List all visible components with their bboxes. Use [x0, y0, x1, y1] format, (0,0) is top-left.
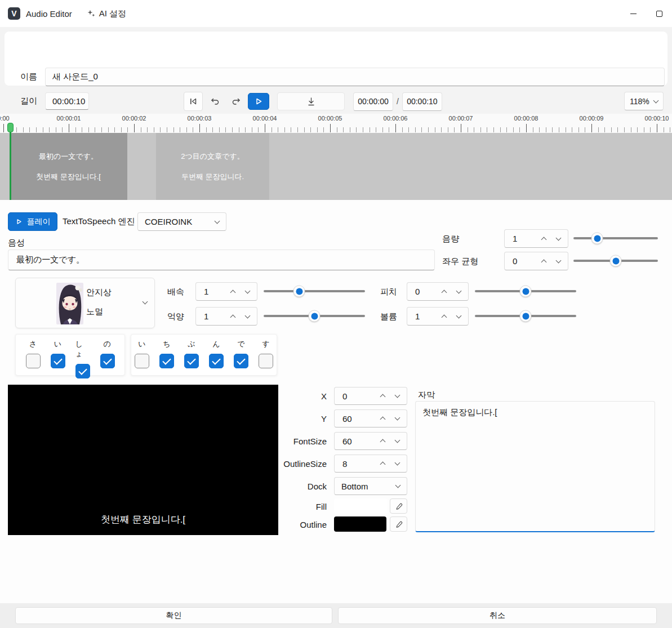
cancel-button[interactable]: 취소 [338, 607, 657, 624]
ai-settings-label: AI 설정 [99, 8, 126, 19]
balance-decrement-button[interactable] [551, 254, 566, 269]
fontsize-value: 60 [342, 437, 375, 446]
skip-to-start-button[interactable] [184, 92, 203, 111]
x-label: X [276, 391, 327, 401]
slider-thumb[interactable] [610, 255, 622, 267]
tts-engine-dropdown[interactable]: COEIROINK [137, 212, 226, 231]
ruler-tick [559, 127, 559, 132]
gain-spinner[interactable]: 1 [504, 229, 568, 248]
outline-color-picker-button[interactable] [390, 516, 407, 532]
ai-settings-menu[interactable]: AI 설정 [87, 8, 126, 19]
balance-increment-button[interactable] [536, 254, 551, 269]
pitch-decrement-button[interactable] [451, 284, 466, 299]
caption-textarea[interactable]: 첫번째 문장입니다.[ [415, 401, 655, 532]
ruler-tick [363, 127, 363, 132]
voice-text-input[interactable] [8, 250, 435, 270]
x-spinner[interactable]: 0 [334, 387, 407, 405]
intonation-slider[interactable] [264, 315, 365, 317]
speed-spinner[interactable]: 1 [195, 282, 257, 301]
balance-spinner[interactable]: 0 [504, 252, 568, 270]
character-avatar [56, 283, 83, 324]
fill-color-swatch[interactable] [334, 498, 388, 514]
mora-checkbox[interactable] [184, 354, 199, 368]
undo-button[interactable] [207, 92, 224, 111]
speed-decrement-button[interactable] [240, 284, 255, 299]
intonation-increment-button[interactable] [225, 309, 240, 324]
mora-checkbox[interactable] [234, 354, 248, 368]
timeline-ruler[interactable]: 0:0000:00:0100:00:0200:00:0300:00:0400:0… [0, 114, 672, 133]
total-time-box[interactable]: 00:00:10 [402, 92, 442, 111]
dock-dropdown[interactable]: Bottom [334, 477, 407, 495]
gain-increment-button[interactable] [536, 231, 551, 246]
x-increment-button[interactable] [375, 389, 390, 403]
redo-button[interactable] [228, 92, 244, 111]
mora-checkbox[interactable] [100, 354, 115, 368]
mora-checkbox[interactable] [159, 354, 174, 368]
intonation-decrement-button[interactable] [240, 309, 255, 324]
ruler-time-label: 00:00:03 [188, 115, 212, 122]
mora-checkbox[interactable] [26, 354, 41, 368]
playhead-handle[interactable] [7, 123, 14, 132]
name-input[interactable] [45, 68, 665, 86]
y-decrement-button[interactable] [390, 411, 404, 426]
fontsize-decrement-button[interactable] [390, 434, 404, 448]
zoom-level-value: 118% [630, 97, 649, 106]
speed-slider[interactable] [264, 290, 365, 292]
ruler-time-label: 00:00:01 [57, 115, 81, 122]
volume-increment-button[interactable] [437, 309, 451, 324]
y-increment-button[interactable] [375, 411, 390, 426]
ruler-tick [435, 127, 435, 132]
maximize-button[interactable] [646, 0, 672, 27]
timeline-track[interactable]: 最初の一文です。첫번째 문장입니다.[2つ目の文章です。두번째 문장입니다. [0, 133, 672, 200]
slider-thumb[interactable] [591, 233, 603, 244]
current-time-box[interactable]: 00:00:00 [353, 92, 393, 111]
audio-clip[interactable]: 2つ目の文章です。두번째 문장입니다. [156, 133, 269, 200]
balance-slider[interactable] [573, 260, 658, 262]
ok-button[interactable]: 확인 [15, 607, 332, 624]
playhead[interactable] [7, 123, 14, 200]
transport-play-button[interactable] [248, 93, 269, 110]
mora-checkbox[interactable] [259, 354, 273, 368]
mora-checkbox[interactable] [75, 364, 90, 378]
timeline-zoom-dropdown[interactable]: 118% [624, 92, 664, 110]
pitch-slider[interactable] [475, 290, 576, 292]
gain-slider[interactable] [573, 237, 658, 239]
move-to-cursor-button[interactable] [277, 92, 345, 110]
ruler-time-label: 00:00:07 [449, 115, 473, 122]
ruler-tick [611, 127, 612, 132]
mora-checkbox[interactable] [135, 354, 149, 368]
slider-thumb[interactable] [293, 286, 305, 297]
ruler-tick [245, 127, 246, 132]
fontsize-increment-button[interactable] [375, 434, 390, 448]
clip-play-button[interactable]: 플레이 [8, 212, 57, 231]
mora-checkbox[interactable] [209, 354, 224, 368]
ruler-time-label: 00:00:09 [580, 115, 604, 122]
y-spinner[interactable]: 60 [334, 409, 407, 427]
outlinesize-spinner[interactable]: 8 [334, 455, 407, 473]
pitch-spinner[interactable]: 0 [407, 282, 469, 301]
gain-decrement-button[interactable] [551, 231, 566, 246]
volume-decrement-button[interactable] [451, 309, 466, 324]
audio-clip-selected[interactable]: 最初の一文です。첫번째 문장입니다.[ [10, 133, 127, 200]
chevron-up-icon [380, 462, 385, 467]
slider-thumb[interactable] [309, 310, 321, 322]
pitch-increment-button[interactable] [437, 284, 451, 299]
minimize-button[interactable] [620, 0, 646, 27]
mora-checkbox[interactable] [51, 354, 65, 368]
intonation-spinner[interactable]: 1 [195, 307, 257, 326]
mora-kana-label: い [54, 339, 61, 349]
slider-thumb[interactable] [520, 286, 532, 297]
gain-label: 음량 [442, 234, 459, 244]
x-decrement-button[interactable] [390, 389, 404, 403]
fontsize-spinner[interactable]: 60 [334, 432, 407, 450]
slider-thumb[interactable] [520, 310, 532, 322]
outlinesize-increment-button[interactable] [375, 456, 390, 471]
outline-color-swatch[interactable] [334, 516, 386, 532]
speed-increment-button[interactable] [225, 284, 240, 299]
outlinesize-decrement-button[interactable] [390, 456, 404, 471]
fill-color-picker-button[interactable] [390, 498, 407, 514]
character-selector[interactable]: 안지상 노멀 [15, 278, 155, 328]
ruler-tick [206, 127, 207, 132]
volume-slider[interactable] [475, 315, 576, 317]
volume-spinner[interactable]: 1 [407, 307, 469, 326]
